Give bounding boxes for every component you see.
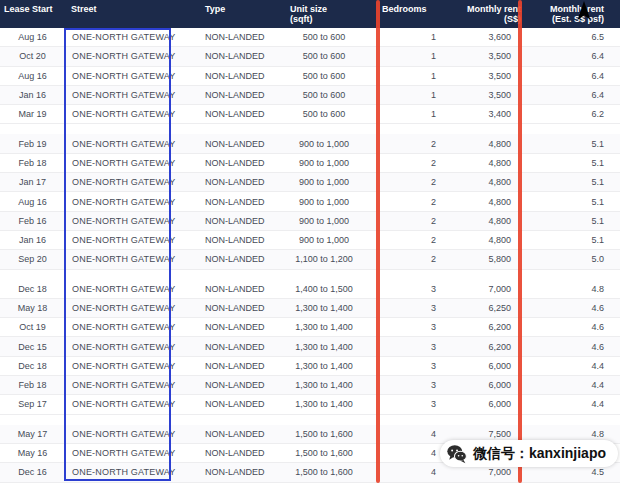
- cell-monthly-rent-psf: 4.6: [525, 322, 620, 332]
- column-header-bedrooms[interactable]: Bedrooms: [375, 0, 440, 28]
- cell-monthly-rent: 4,800: [440, 197, 525, 207]
- cell-street: ONE-NORTH GATEWAY: [65, 254, 200, 264]
- table-row[interactable]: Dec 18ONE-NORTH GATEWAYNON-LANDED1,400 t…: [0, 280, 620, 299]
- cell-monthly-rent-psf: 5.1: [525, 197, 620, 207]
- cell-type: NON-LANDED: [200, 71, 285, 81]
- cell-type: NON-LANDED: [200, 197, 285, 207]
- table-body: Aug 16ONE-NORTH GATEWAYNON-LANDED500 to …: [0, 28, 620, 483]
- cell-lease-start: Oct 19: [0, 322, 65, 332]
- cell-monthly-rent: 7,000: [440, 467, 525, 477]
- column-header-lease-start[interactable]: Lease Start: [0, 0, 65, 28]
- table-row[interactable]: Sep 17ONE-NORTH GATEWAYNON-LANDED1,300 t…: [0, 395, 620, 414]
- cell-monthly-rent: 6,200: [440, 322, 525, 332]
- cell-type: NON-LANDED: [200, 158, 285, 168]
- cell-lease-start: Feb 18: [0, 158, 65, 168]
- table-row[interactable]: Feb 19ONE-NORTH GATEWAYNON-LANDED900 to …: [0, 134, 620, 153]
- cell-street: ONE-NORTH GATEWAY: [65, 303, 200, 313]
- wechat-icon: [446, 443, 467, 464]
- cell-monthly-rent: 6,000: [440, 380, 525, 390]
- cell-monthly-rent-psf: 6.2: [525, 109, 620, 119]
- table-row[interactable]: Oct 19ONE-NORTH GATEWAYNON-LANDED1,300 t…: [0, 318, 620, 337]
- cell-bedrooms: 3: [375, 303, 440, 313]
- cell-street: ONE-NORTH GATEWAY: [65, 90, 200, 100]
- cell-unit-size: 1,400 to 1,500: [285, 284, 375, 294]
- cell-street: ONE-NORTH GATEWAY: [65, 158, 200, 168]
- table-row[interactable]: Sep 20ONE-NORTH GATEWAYNON-LANDED1,100 t…: [0, 250, 620, 269]
- cell-bedrooms: 4: [375, 448, 440, 458]
- table-row[interactable]: Oct 20ONE-NORTH GATEWAYNON-LANDED500 to …: [0, 47, 620, 66]
- table-row[interactable]: Dec 15ONE-NORTH GATEWAYNON-LANDED1,300 t…: [0, 337, 620, 356]
- cell-monthly-rent: 4,800: [440, 139, 525, 149]
- cell-bedrooms: 1: [375, 109, 440, 119]
- cell-monthly-rent-psf: 5.0: [525, 254, 620, 264]
- cell-unit-size: 1,300 to 1,400: [285, 322, 375, 332]
- cell-street: ONE-NORTH GATEWAY: [65, 177, 200, 187]
- cell-monthly-rent-psf: 4.5: [525, 467, 620, 477]
- cell-lease-start: Feb 19: [0, 139, 65, 149]
- cell-street: ONE-NORTH GATEWAY: [65, 284, 200, 294]
- cell-bedrooms: 2: [375, 197, 440, 207]
- column-header-type[interactable]: Type: [200, 0, 285, 28]
- cell-type: NON-LANDED: [200, 216, 285, 226]
- column-header-monthly-rent-psf[interactable]: Monthly rent (Est. S$ psf): [525, 0, 620, 28]
- table-row[interactable]: Feb 16ONE-NORTH GATEWAYNON-LANDED900 to …: [0, 212, 620, 231]
- table-header: Lease Start Street Type Unit size (sqft)…: [0, 0, 620, 28]
- table-row[interactable]: Aug 16ONE-NORTH GATEWAYNON-LANDED500 to …: [0, 67, 620, 86]
- table-row[interactable]: Aug 16ONE-NORTH GATEWAYNON-LANDED900 to …: [0, 192, 620, 211]
- cell-unit-size: 1,500 to 1,600: [285, 429, 375, 439]
- table-row[interactable]: Jan 16ONE-NORTH GATEWAYNON-LANDED500 to …: [0, 86, 620, 105]
- table-row[interactable]: Mar 19ONE-NORTH GATEWAYNON-LANDED500 to …: [0, 105, 620, 124]
- cell-lease-start: Dec 18: [0, 361, 65, 371]
- cell-bedrooms: 1: [375, 32, 440, 42]
- cell-street: ONE-NORTH GATEWAY: [65, 235, 200, 245]
- annotation-line-right: [518, 0, 522, 483]
- cell-type: NON-LANDED: [200, 109, 285, 119]
- cell-monthly-rent: 4,800: [440, 235, 525, 245]
- cell-bedrooms: 3: [375, 361, 440, 371]
- cell-unit-size: 1,100 to 1,200: [285, 254, 375, 264]
- cell-bedrooms: 1: [375, 71, 440, 81]
- cell-unit-size: 1,300 to 1,400: [285, 342, 375, 352]
- cell-lease-start: Jan 16: [0, 235, 65, 245]
- table-row[interactable]: Dec 18ONE-NORTH GATEWAYNON-LANDED1,300 t…: [0, 357, 620, 376]
- table-row[interactable]: Aug 16ONE-NORTH GATEWAYNON-LANDED500 to …: [0, 28, 620, 47]
- column-label: Lease Start: [4, 5, 65, 15]
- cell-street: ONE-NORTH GATEWAY: [65, 51, 200, 61]
- table-row[interactable]: May 18ONE-NORTH GATEWAYNON-LANDED1,300 t…: [0, 299, 620, 318]
- cell-bedrooms: 1: [375, 51, 440, 61]
- cell-monthly-rent-psf: 5.1: [525, 139, 620, 149]
- cell-street: ONE-NORTH GATEWAY: [65, 139, 200, 149]
- cell-monthly-rent: 6,250: [440, 303, 525, 313]
- cell-type: NON-LANDED: [200, 361, 285, 371]
- column-sublabel: (S$): [440, 15, 521, 25]
- cell-monthly-rent-psf: 4.6: [525, 342, 620, 352]
- cell-bedrooms: 2: [375, 177, 440, 187]
- cell-unit-size: 900 to 1,000: [285, 216, 375, 226]
- cell-street: ONE-NORTH GATEWAY: [65, 429, 200, 439]
- column-label: Street: [71, 5, 200, 15]
- cell-monthly-rent-psf: 4.4: [525, 399, 620, 409]
- cell-monthly-rent-psf: 4.8: [525, 429, 620, 439]
- table-row[interactable]: Feb 18ONE-NORTH GATEWAYNON-LANDED1,300 t…: [0, 376, 620, 395]
- table-row[interactable]: Jan 16ONE-NORTH GATEWAYNON-LANDED900 to …: [0, 231, 620, 250]
- cell-street: ONE-NORTH GATEWAY: [65, 109, 200, 119]
- cell-type: NON-LANDED: [200, 448, 285, 458]
- table-row[interactable]: Feb 18ONE-NORTH GATEWAYNON-LANDED900 to …: [0, 154, 620, 173]
- cell-unit-size: 900 to 1,000: [285, 235, 375, 245]
- cell-bedrooms: 4: [375, 467, 440, 477]
- column-header-monthly-rent[interactable]: Monthly rent (S$): [440, 0, 525, 28]
- cell-monthly-rent-psf: 4.6: [525, 303, 620, 313]
- cell-type: NON-LANDED: [200, 322, 285, 332]
- cell-lease-start: Feb 16: [0, 216, 65, 226]
- cell-bedrooms: 3: [375, 342, 440, 352]
- cell-street: ONE-NORTH GATEWAY: [65, 32, 200, 42]
- cell-monthly-rent: 6,000: [440, 399, 525, 409]
- column-header-unit-size[interactable]: Unit size (sqft): [285, 0, 375, 28]
- cell-type: NON-LANDED: [200, 429, 285, 439]
- cell-monthly-rent-psf: 5.1: [525, 216, 620, 226]
- cell-unit-size: 900 to 1,000: [285, 177, 375, 187]
- table-row[interactable]: Jan 17ONE-NORTH GATEWAYNON-LANDED900 to …: [0, 173, 620, 192]
- cell-unit-size: 1,500 to 1,600: [285, 467, 375, 477]
- cell-lease-start: May 16: [0, 448, 65, 458]
- column-header-street[interactable]: Street: [65, 0, 200, 28]
